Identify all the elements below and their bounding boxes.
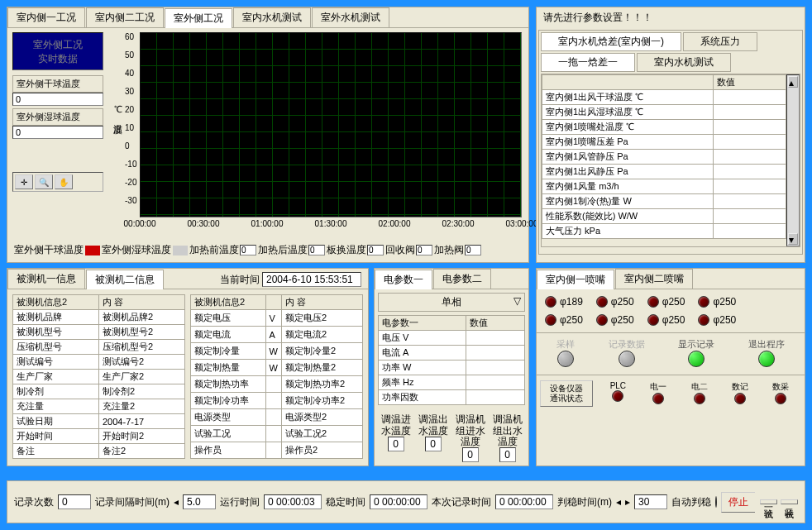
nozzle-label: φ250: [611, 296, 634, 308]
tool-crosshair-icon[interactable]: ✛: [15, 174, 33, 189]
phase-selector[interactable]: 单相 ▽: [378, 293, 525, 312]
rec-count: 0: [58, 494, 91, 509]
y-tick: 20: [125, 105, 134, 114]
scroll-down-icon[interactable]: ▾: [788, 233, 798, 245]
mid-tab-0[interactable]: 被测机一信息: [7, 269, 85, 289]
nozzle-led[interactable]: [698, 314, 709, 326]
right-tab-top-1[interactable]: 系统压力: [683, 32, 757, 51]
table-row-value: [713, 165, 786, 179]
tool-hand-icon[interactable]: ✋: [55, 174, 73, 189]
x-tick: 01:30:00: [315, 219, 347, 228]
top-tab-4[interactable]: 室外水机测试: [312, 7, 389, 27]
x-tick: 01:00:00: [251, 219, 284, 228]
temp-value-1: 0: [425, 437, 442, 451]
y-tick: -20: [125, 178, 136, 187]
action-led-1[interactable]: [619, 351, 635, 367]
nozzle-label: φ250: [662, 314, 685, 326]
nozzle-tab-1[interactable]: 室内侧二喷嘴: [615, 269, 693, 289]
right-tab-sub-0[interactable]: 一拖一焓差一: [541, 53, 635, 72]
table-scrollbar[interactable]: ▴ ▾: [786, 74, 800, 246]
blue-box-line2: 实时数据: [18, 52, 98, 66]
table-row-label: 室内侧1喷嘴压差 Pa: [542, 135, 714, 150]
y-tick: 60: [125, 32, 134, 41]
param-input-1[interactable]: [308, 245, 325, 255]
action-led-2[interactable]: [688, 351, 705, 367]
table-row-label: 室内侧1风管静压 Pa: [542, 150, 714, 165]
param-input-4[interactable]: [465, 245, 481, 255]
table-row-label: 室内侧1出风静压 Pa: [542, 165, 714, 179]
table-row: 频率 Hz: [379, 375, 525, 390]
judge-value[interactable]: 30: [634, 494, 667, 509]
mid-tab-1[interactable]: 被测机二信息: [86, 270, 164, 289]
table-row-value: [713, 209, 786, 224]
tool-zoom-icon[interactable]: 🔍: [35, 174, 53, 189]
param-input-3[interactable]: [416, 245, 432, 255]
param-label-0: 加热前温度: [189, 243, 239, 257]
judge-down[interactable]: ◂: [616, 496, 621, 508]
param-label-1: 加热后温度: [258, 243, 308, 257]
y-tick: -30: [125, 196, 136, 205]
param-input-0[interactable]: [240, 245, 256, 255]
interval-value[interactable]: 5.0: [183, 494, 216, 509]
dropdown-icon[interactable]: ▽: [513, 295, 521, 307]
test1-tab[interactable]: 试验一: [760, 499, 777, 504]
param-warning: 请先进行参数设置！！！: [537, 7, 805, 28]
action-label-3: 退出程序: [748, 338, 785, 351]
nozzle-label: φ250: [713, 314, 736, 326]
top-tab-3[interactable]: 室内水机测试: [233, 7, 311, 27]
nozzle-label: φ250: [713, 296, 736, 308]
comm-status-button[interactable]: 设备仪器通讯状态: [540, 380, 593, 407]
table-row-label: 大气压力 kPa: [542, 224, 714, 239]
y-tick: 40: [125, 69, 134, 78]
action-led-0[interactable]: [557, 351, 574, 367]
elec-tab-1[interactable]: 电参数二: [433, 269, 491, 289]
top-tab-row: 室内侧一工况室内侧二工况室外侧工况室内水机测试室外水机测试: [7, 7, 528, 28]
field-input-0[interactable]: [12, 93, 103, 106]
temp-value-0: 0: [388, 437, 404, 451]
nozzle-label: φ250: [662, 296, 685, 308]
legend-label-1: 室外侧湿球温度: [102, 243, 171, 257]
y-tick: 0: [125, 141, 130, 150]
top-tab-1[interactable]: 室内侧二工况: [86, 7, 164, 27]
field-input-1[interactable]: [12, 126, 103, 139]
table-row: 额定电流A额定电流2: [191, 327, 363, 343]
nozzle-led[interactable]: [647, 296, 659, 308]
action-label-1: 记录数据: [609, 338, 645, 351]
run-time: 0 00:00:03: [264, 494, 322, 509]
stop-button[interactable]: 停止: [721, 492, 755, 513]
test2-tab[interactable]: 试验二: [781, 499, 798, 504]
table-row: 电源类型电源类型2: [191, 409, 363, 426]
bottom-status: 记录次数0 记录间隔时间(m) ◂ 5.0 运行时间0 00:00:03 稳定时…: [14, 492, 755, 513]
temp-label-1: 调温出水温度: [415, 414, 451, 436]
current-time-label: 当前时间: [220, 274, 260, 285]
interval-down[interactable]: ◂: [174, 496, 179, 508]
nozzle-led[interactable]: [647, 314, 659, 326]
nozzle-led[interactable]: [596, 296, 608, 308]
top-tab-2[interactable]: 室外侧工况: [165, 8, 232, 28]
right-tab-top-0[interactable]: 室内水机焓差(室内侧一): [541, 32, 681, 51]
stable-time: 0 00:00:00: [370, 494, 427, 509]
table-row: 压缩机型号压缩机型号2: [13, 340, 185, 355]
nozzle-led[interactable]: [545, 314, 556, 326]
elec-param-table: 电参数一数值 电压 V电流 A功率 W频率 Hz功率因数: [378, 315, 525, 405]
nozzle-tab-0[interactable]: 室内侧一喷嘴: [537, 270, 614, 289]
comm-label-4: 数采: [772, 381, 789, 393]
nozzle-led[interactable]: [698, 296, 709, 308]
elec-tab-0[interactable]: 电参数一: [375, 270, 432, 289]
scroll-up-icon[interactable]: ▴: [788, 76, 798, 88]
legend-label-0: 室外侧干球温度: [14, 243, 84, 257]
comm-label-1: 电一: [650, 381, 666, 393]
comm-led-1: [652, 393, 664, 404]
right-tab-sub-1[interactable]: 室内水机测试: [637, 53, 731, 72]
table-row-value: [713, 105, 786, 120]
nozzle-led[interactable]: [596, 314, 608, 326]
x-tick: 02:00:00: [379, 219, 411, 228]
current-time-value: 2004-6-10 15:53:51: [262, 272, 361, 287]
chart-y-axis-label: ℃ 温度: [112, 98, 124, 117]
top-tab-0[interactable]: 室内侧一工况: [7, 7, 85, 27]
judge-up[interactable]: ▸: [625, 496, 630, 508]
nozzle-led[interactable]: [545, 296, 556, 308]
action-led-3[interactable]: [758, 351, 775, 367]
param-input-2[interactable]: [367, 245, 384, 255]
table-row: 备注备注2: [13, 444, 185, 459]
